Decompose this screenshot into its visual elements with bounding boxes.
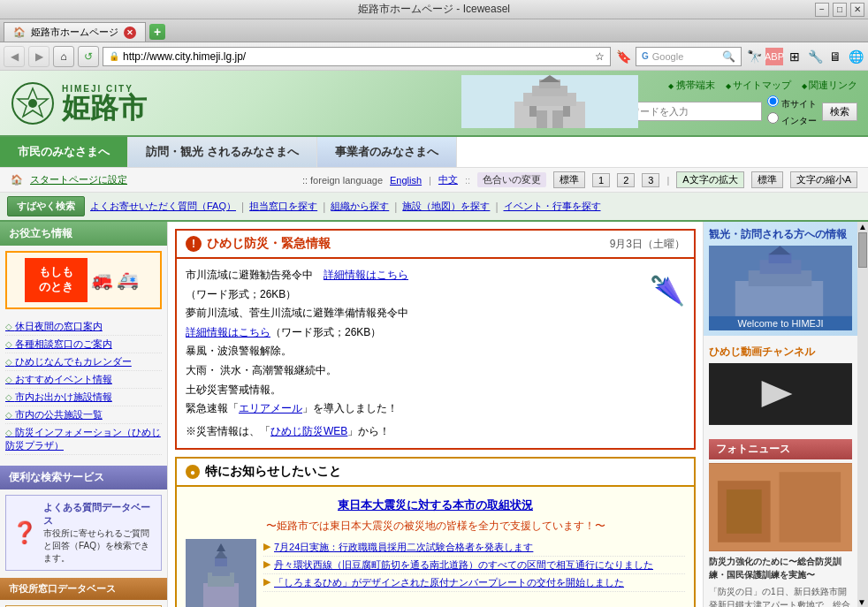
font-large-btn[interactable]: A文字の拡大 bbox=[676, 171, 743, 188]
window-controls[interactable]: − □ ✕ bbox=[815, 3, 864, 17]
rain-icon: 🌂 bbox=[650, 266, 685, 441]
disaster-info-link[interactable]: 防災インフォメーション（ひめじ防災プラザ） bbox=[5, 424, 162, 455]
close-button[interactable]: ✕ bbox=[850, 3, 864, 17]
faq-link[interactable]: よくお寄せいただく質問（FAQ） bbox=[90, 200, 236, 213]
video-image[interactable] bbox=[709, 363, 852, 425]
photo-news-title: フォトニュース bbox=[709, 439, 852, 459]
new-tab-button[interactable]: + bbox=[149, 24, 165, 40]
browser-tab[interactable]: 🏠 姫路市ホームページ ✕ bbox=[4, 22, 146, 42]
site-nav: 市民のみなさまへ 訪問・観光 されるみなさまへ 事業者のみなさまへ bbox=[0, 137, 868, 167]
breadcrumb-bar: 🏠 スタートページに設定 :: foreign language English… bbox=[0, 167, 868, 193]
consultation-link[interactable]: 各種相談窓口のご案内 bbox=[5, 336, 162, 353]
search-radio: 市サイト インター bbox=[767, 95, 817, 127]
alert-date: 9月3日（土曜） bbox=[610, 237, 685, 252]
notice-icon: ● bbox=[186, 465, 200, 479]
home-button[interactable]: ⌂ bbox=[53, 46, 74, 67]
sidebar-links: 休日夜間の窓口案内 各種相談窓口のご案内 ひめじなんでもカレンダー おすすめイベ… bbox=[0, 315, 167, 459]
useful-info-title: お役立ち情報 bbox=[0, 222, 167, 246]
monitor-icon[interactable]: 🖥 bbox=[826, 48, 844, 65]
photo-news-box: フォトニュース 防災力強化のために〜総合防災訓練・国民保護訓練を実施〜 「防災の… bbox=[704, 434, 857, 607]
earthquake-subtitle: 〜姫路市では東日本大震災の被災地の皆様を全力で支援しています！〜 bbox=[186, 517, 685, 539]
detail-link-1[interactable]: 詳細情報はこちら bbox=[324, 269, 408, 281]
color-3-btn[interactable]: 3 bbox=[642, 173, 659, 187]
svg-rect-31 bbox=[780, 472, 841, 543]
header-links: 携帯端末 サイトマップ 関連リンク bbox=[668, 79, 857, 92]
font-small-btn[interactable]: 文字の縮小A bbox=[790, 171, 857, 188]
find-event-link[interactable]: イベント・行事を探す bbox=[504, 200, 601, 213]
notice-item-3: ▶ 「しろまるひめ」がデザインされた原付ナンバープレートの交付を開始しました bbox=[263, 574, 685, 592]
site-search-button[interactable]: 検索 bbox=[822, 102, 857, 121]
svg-rect-26 bbox=[709, 246, 852, 316]
left-sidebar: お役立ち情報 もしも のとき 🚒🚑 休日夜間の窓口案内 各種相談窓口のご案内 ひ… bbox=[0, 222, 168, 607]
nav-citizens[interactable]: 市民のみなさまへ bbox=[0, 137, 128, 167]
logo-text-area: HIMEJI CITY 姫路市 bbox=[62, 84, 147, 122]
detail-link-2[interactable]: 詳細情報はこちら bbox=[186, 326, 270, 338]
notice-header: ● 特にお知らせしたいこと bbox=[177, 459, 694, 485]
related-link[interactable]: 関連リンク bbox=[802, 79, 857, 92]
notice-list: ▶ 7月24日実施：行政職職員採用二次試験合格者を発表します ▶ 丹々環状西線（… bbox=[263, 539, 685, 607]
reload-button[interactable]: ↺ bbox=[78, 46, 99, 67]
grid-icon[interactable]: ⊞ bbox=[786, 48, 803, 65]
find-counter-link[interactable]: 担当窓口を探す bbox=[249, 200, 317, 213]
emergency-alert-body: 市川流域に避難勧告発令中 詳細情報はこちら （ワード形式；26KB） 夢前川流域… bbox=[177, 257, 694, 448]
notice-item-2: ▶ 丹々環状西線（旧豆腐町筋切を通る南北道路）のすべての区間で相互通行になりまし… bbox=[263, 557, 685, 574]
svg-rect-10 bbox=[552, 110, 563, 128]
tab-close-button[interactable]: ✕ bbox=[124, 27, 136, 39]
search-icon[interactable]: 🔍 bbox=[722, 50, 735, 63]
notice-link-3[interactable]: 「しろまるひめ」がデザインされた原付ナンバープレートの交付を開始しました bbox=[274, 576, 624, 589]
set-homepage-link[interactable]: スタートページに設定 bbox=[30, 173, 127, 186]
nav-icons: 🔭 ABP ⊞ 🔧 🖥 🌐 bbox=[745, 48, 864, 65]
color-change-label[interactable]: 色合いの変更 bbox=[477, 172, 546, 187]
calendar-link[interactable]: ひめじなんでもカレンダー bbox=[5, 353, 162, 371]
notice-link-1[interactable]: 7月24日実施：行政職職員採用二次試験合格者を発表します bbox=[274, 541, 533, 554]
search-input-text: Google bbox=[652, 51, 719, 62]
tools-icon[interactable]: 🔧 bbox=[806, 48, 824, 65]
find-org-link[interactable]: 組織から探す bbox=[331, 200, 389, 213]
bookmark-icon[interactable]: 🔖 bbox=[614, 48, 632, 65]
scrollbar[interactable]: ▲ ▼ bbox=[857, 222, 868, 607]
find-facility-link[interactable]: 施設（地図）を探す bbox=[402, 200, 490, 213]
notice-link-2[interactable]: 丹々環状西線（旧豆腐町筋切を通る南北道路）のすべての区間で相互通行になりました bbox=[274, 558, 653, 572]
color-1-btn[interactable]: 1 bbox=[592, 173, 610, 187]
public-facilities-link[interactable]: 市内の公共施設一覧 bbox=[5, 406, 162, 424]
standard-color-btn[interactable]: 標準 bbox=[553, 171, 585, 188]
svg-rect-12 bbox=[563, 106, 570, 117]
right-sidebar: 観光・訪問される方への情報 Welcome to HIMEJI ひめじ動画チャ bbox=[703, 222, 857, 607]
city-japanese: 姫路市 bbox=[62, 94, 147, 122]
area-mail-link[interactable]: エリアメール bbox=[239, 402, 302, 414]
quick-search-button[interactable]: すばやく検索 bbox=[7, 196, 85, 216]
earthquake-title: 東日本大震災に対する本市の取組状況 bbox=[186, 494, 685, 517]
font-standard-btn[interactable]: 標準 bbox=[751, 171, 783, 188]
chinese-link[interactable]: 中文 bbox=[438, 173, 458, 186]
scroll-thumb[interactable] bbox=[858, 232, 867, 268]
forward-button[interactable]: ▶ bbox=[28, 46, 49, 67]
nav-business[interactable]: 事業者のみなさまへ bbox=[317, 137, 457, 167]
home-icon: 🏠 bbox=[11, 174, 23, 186]
counter-section-title: 市役所窓口データベース bbox=[0, 578, 167, 600]
nav-visitors[interactable]: 訪問・観光 されるみなさまへ bbox=[128, 137, 317, 167]
photo-detail: 「防災の日」の1日、新日鉄路市開発新日鐵大津アパート敷地で、総合防災訓練・国民保… bbox=[709, 585, 852, 607]
sitemap-link[interactable]: サイトマップ bbox=[726, 79, 791, 92]
bug-icon[interactable]: ABP bbox=[765, 48, 783, 65]
emergency-icon: もしも のとき bbox=[25, 258, 88, 302]
events-link[interactable]: おすすめイベント情報 bbox=[5, 371, 162, 389]
address-bar[interactable]: 🔒 http://www.city.himeji.lg.jp/ ☆ bbox=[103, 47, 611, 66]
disaster-web-link[interactable]: ひめじ防災WEB bbox=[270, 425, 347, 437]
video-box: ひめじ動画チャンネル bbox=[704, 339, 857, 430]
holiday-counter-link[interactable]: 休日夜間の窓口案内 bbox=[5, 318, 162, 336]
maximize-button[interactable]: □ bbox=[833, 3, 847, 17]
globe-icon[interactable]: 🌐 bbox=[847, 48, 864, 65]
star-icon[interactable]: ☆ bbox=[595, 50, 605, 63]
earthquake-link[interactable]: 東日本大震災に対する本市の取組状況 bbox=[338, 498, 533, 512]
tourism-box: 観光・訪問される方への情報 Welcome to HIMEJI bbox=[704, 222, 857, 336]
color-2-btn[interactable]: 2 bbox=[617, 173, 635, 187]
binoculars-icon[interactable]: 🔭 bbox=[745, 48, 763, 65]
browser-search-bar[interactable]: G Google 🔍 bbox=[636, 47, 742, 66]
mobile-link[interactable]: 携帯端末 bbox=[668, 79, 714, 92]
facilities-link[interactable]: 市内お出かけ施設情報 bbox=[5, 389, 162, 406]
back-button[interactable]: ◀ bbox=[4, 46, 25, 67]
tourism-title: 観光・訪問される方への情報 bbox=[709, 227, 852, 242]
minimize-button[interactable]: − bbox=[815, 3, 829, 17]
window-title: 姫路市ホームページ - Iceweasel bbox=[358, 2, 510, 17]
english-link[interactable]: English bbox=[390, 175, 422, 186]
